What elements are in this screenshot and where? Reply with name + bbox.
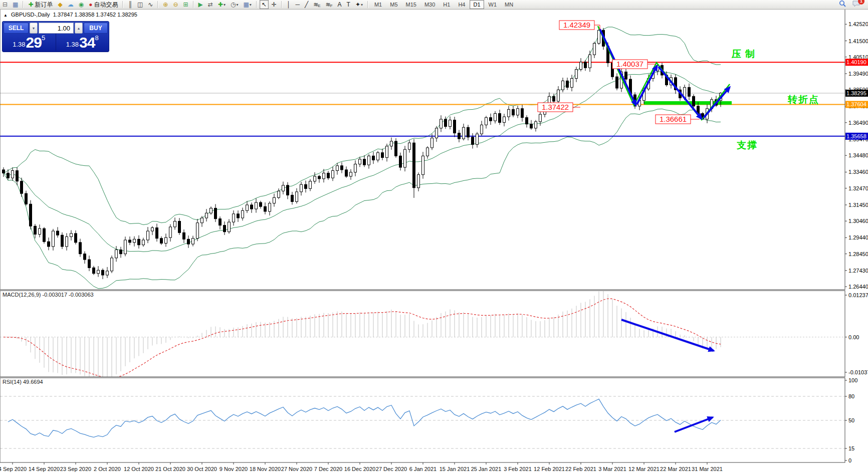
candle-body <box>377 153 379 160</box>
rsi-tick-label: 80 <box>848 393 854 399</box>
templates-icon[interactable]: ▦▾ <box>241 0 253 9</box>
date-tick-label: 12 Feb 2021 <box>534 466 565 472</box>
buy-button[interactable]: BUY <box>84 23 108 34</box>
fibonacci-icon[interactable]: ≋F <box>324 0 335 9</box>
candle-body <box>593 43 596 55</box>
date-tick-label: 22 Feb 2021 <box>565 466 596 472</box>
volume-up-button[interactable]: ▲ <box>75 23 83 34</box>
zoom-out-icon[interactable]: ⊖ <box>171 0 180 9</box>
volume-down-button[interactable]: ▼ <box>30 23 38 34</box>
equidistant-channel-icon[interactable]: ≋E <box>311 0 322 9</box>
autoscroll-icon[interactable]: ▶ <box>196 0 205 9</box>
axis-price-flag-text: 1.40190 <box>846 59 866 65</box>
candle-body <box>174 221 176 227</box>
volume-input[interactable]: 1.00 <box>39 23 74 34</box>
candle-body <box>124 240 127 254</box>
autotrading-button-label: 自动交易 <box>94 1 118 9</box>
timeframe-H4[interactable]: H4 <box>455 0 469 9</box>
turning-point-text[interactable]: 转折点 <box>787 94 819 105</box>
horizontal-line-icon[interactable]: ─ <box>293 0 302 9</box>
timeframe-W1[interactable]: W1 <box>485 0 501 9</box>
candle-body <box>404 149 406 167</box>
candle-body <box>580 62 582 70</box>
bars-icon[interactable]: ║ <box>126 0 134 9</box>
candle-body <box>21 181 23 193</box>
price-tick-label: 1.41500 <box>848 38 868 44</box>
price-tag-text: 1.36661 <box>660 115 687 123</box>
timeframe-MN[interactable]: MN <box>501 0 517 9</box>
price-tick-label: 1.31450 <box>848 202 868 208</box>
text-label-icon[interactable]: T <box>345 0 352 9</box>
vertical-line-icon[interactable]: │ <box>285 0 293 9</box>
main-chart-panel: 1.423491.400371.374221.36661压制转折点支撑 <box>0 21 845 289</box>
chat-icon[interactable]: 1 <box>852 1 861 9</box>
timeframe-M30[interactable]: M30 <box>421 0 439 9</box>
date-axis[interactable]: 4 Sep 202014 Sep 202023 Sep 20202 Oct 20… <box>0 462 723 472</box>
rsi-tick-label: 0 <box>848 457 851 463</box>
candle-body <box>499 113 501 122</box>
candle-body <box>566 81 569 87</box>
support-text[interactable]: 支撑 <box>736 140 758 150</box>
candle-body <box>160 239 163 244</box>
trendline-icon[interactable]: ╱ <box>303 0 310 9</box>
date-tick-label: 31 Mar 2021 <box>692 466 723 472</box>
price-tick-label: 1.34480 <box>848 152 868 158</box>
candle-body <box>183 232 185 239</box>
profile-icon[interactable]: ▦ <box>11 0 20 9</box>
new-order-button[interactable]: ✚新订单 <box>26 0 55 9</box>
price-tag[interactable]: 1.36661 <box>656 115 700 124</box>
text-icon[interactable]: A <box>336 0 344 9</box>
candles-icon[interactable]: ◫ <box>135 0 145 9</box>
linechart-icon[interactable]: ∿ <box>146 0 155 9</box>
timeframe-M15[interactable]: M15 <box>402 0 420 9</box>
timeframe-M1[interactable]: M1 <box>371 0 385 9</box>
collapse-triangle-icon[interactable]: ▲ <box>4 13 8 18</box>
buy-price[interactable]: 1.38 34 8 <box>56 34 109 51</box>
candle-body <box>521 109 524 118</box>
candle-body <box>363 159 366 165</box>
tile-windows-icon[interactable]: ⊞ <box>181 0 190 9</box>
periods-icon[interactable]: ◷▾ <box>229 0 241 9</box>
indicators-icon[interactable]: ✚▾ <box>216 0 228 9</box>
candle-body <box>16 171 19 181</box>
candle-body <box>97 270 100 274</box>
toolbar-separator <box>23 1 24 8</box>
community-icon[interactable]: ☁ <box>66 0 76 9</box>
date-tick-label: 4 Sep 2020 <box>0 466 27 472</box>
metaeditor-icon[interactable]: ◆ <box>56 0 64 9</box>
timeframe-H1[interactable]: H1 <box>440 0 454 9</box>
candle-body <box>390 141 393 146</box>
crosshair-icon[interactable]: ✛ <box>270 0 279 9</box>
trend-arrow[interactable] <box>637 66 657 104</box>
autotrading-button[interactable]: ●自动交易 <box>87 0 120 9</box>
candle-body <box>318 176 321 179</box>
trend-arrow[interactable] <box>659 67 702 119</box>
candle-body <box>589 55 591 68</box>
price-tag[interactable]: 1.40037 <box>612 60 656 69</box>
search-icon[interactable] <box>839 0 846 9</box>
date-tick-label: 2 Oct 2020 <box>94 466 121 472</box>
candle-body <box>359 159 361 164</box>
candle-body <box>458 133 461 139</box>
sell-button[interactable]: SELL <box>4 23 29 34</box>
chevron-down-icon: ▾ <box>361 3 363 7</box>
price-axis[interactable]: 1.425201.415001.405101.394901.385001.374… <box>845 21 868 290</box>
resistance-text[interactable]: 压制 <box>731 49 759 59</box>
timeframe-M5[interactable]: M5 <box>386 0 401 9</box>
zoom-in-icon[interactable]: ⊕ <box>161 0 170 9</box>
timeframe-D1[interactable]: D1 <box>470 0 484 9</box>
window-icon[interactable]: ⊟ <box>1 0 10 9</box>
arrows-icon[interactable]: ✦▾ <box>353 0 365 9</box>
chart-canvas[interactable]: 1.423491.400371.374221.36661压制转折点支撑1.425… <box>0 0 868 473</box>
candle-body <box>517 109 519 115</box>
community-icon: ☁ <box>68 1 74 9</box>
chevron-down-icon: ▾ <box>250 3 252 7</box>
sell-price[interactable]: 1.38 29 5 <box>3 34 56 51</box>
candle-body <box>426 148 429 156</box>
chart-shift-icon[interactable]: ⇄ <box>206 0 215 9</box>
cursor-icon[interactable]: ↖ <box>260 0 269 9</box>
price-tick-label: 1.36490 <box>848 120 868 126</box>
candle-body <box>70 233 73 237</box>
price-tag[interactable]: 1.42349 <box>559 21 600 30</box>
signals-icon[interactable]: ◉ <box>77 0 86 9</box>
